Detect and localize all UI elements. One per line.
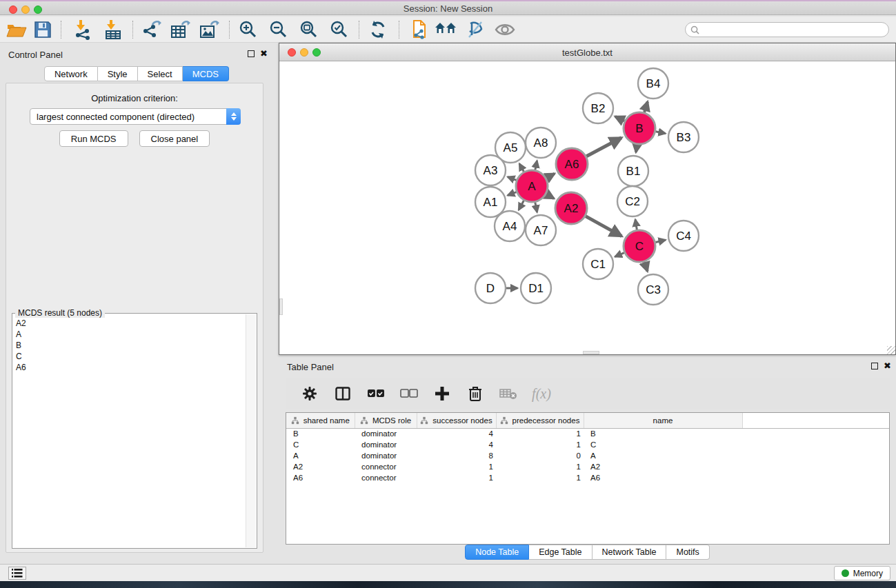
export-table-icon[interactable] xyxy=(168,19,193,41)
home-view-icon[interactable] xyxy=(433,19,458,41)
edge-A-A3[interactable] xyxy=(508,177,517,181)
table-cell[interactable]: A xyxy=(584,450,742,461)
graph-node-B3[interactable]: B3 xyxy=(668,122,699,152)
network-from-file-icon[interactable] xyxy=(406,19,430,41)
tab-style[interactable]: Style xyxy=(98,66,138,81)
run-mcds-button[interactable]: Run MCDS xyxy=(59,130,128,147)
table-row[interactable]: Bdominator41B xyxy=(286,428,890,439)
deselect-all-icon[interactable] xyxy=(397,382,421,405)
delete-table-icon[interactable] xyxy=(497,382,520,405)
graph-node-A[interactable]: A xyxy=(516,170,548,202)
graph-node-A6[interactable]: A6 xyxy=(556,148,588,180)
graph-node-C1[interactable]: C1 xyxy=(583,249,613,279)
optimization-criterion-select[interactable]: largest connected component (directed) xyxy=(30,108,241,125)
edge-A-A6[interactable] xyxy=(546,174,555,179)
tab-network[interactable]: Network xyxy=(44,66,98,81)
edge-C-C2[interactable] xyxy=(635,219,637,230)
network-window-titlebar[interactable]: testGlobe.txt xyxy=(279,43,895,61)
tab-mcds[interactable]: MCDS xyxy=(183,66,229,81)
column-header-name[interactable]: name xyxy=(584,413,742,428)
table-cell[interactable]: connector xyxy=(355,472,417,483)
zoom-selected-icon[interactable] xyxy=(327,19,352,41)
graph-node-D1[interactable]: D1 xyxy=(521,273,551,303)
result-item[interactable]: B xyxy=(13,340,246,351)
table-cell[interactable]: 4 xyxy=(417,439,496,450)
edge-C-C1[interactable] xyxy=(615,253,624,257)
select-all-icon[interactable] xyxy=(364,382,388,405)
close-panel-button[interactable]: Close panel xyxy=(139,130,210,147)
table-float-icon[interactable] xyxy=(871,363,878,369)
show-columns-icon[interactable] xyxy=(331,382,355,405)
hide-panel-icon[interactable] xyxy=(462,19,487,41)
edge-C-C3[interactable] xyxy=(644,262,647,272)
table-cell[interactable]: C xyxy=(584,439,742,450)
open-file-icon[interactable] xyxy=(4,19,29,41)
edge-C-C4[interactable] xyxy=(655,240,666,242)
close-panel-icon[interactable]: ✖ xyxy=(260,50,268,58)
graph-node-C2[interactable]: C2 xyxy=(617,186,648,216)
table-cell[interactable]: A2 xyxy=(286,461,355,472)
left-pane-grip[interactable] xyxy=(279,298,283,315)
table-cell[interactable]: A6 xyxy=(584,472,742,483)
import-table-icon[interactable] xyxy=(101,19,126,41)
table-cell[interactable]: 1 xyxy=(417,472,496,483)
edge-A-A5[interactable] xyxy=(519,163,524,172)
save-session-icon[interactable] xyxy=(30,19,55,41)
table-cell[interactable]: C xyxy=(286,439,355,450)
table-cell[interactable]: B xyxy=(584,428,742,439)
graph-node-D[interactable]: D xyxy=(475,273,506,303)
graph-node-B1[interactable]: B1 xyxy=(618,156,648,186)
task-history-button[interactable] xyxy=(8,567,26,580)
column-header-successor-nodes[interactable]: successor nodes xyxy=(417,413,496,428)
graph-node-A2[interactable]: A2 xyxy=(555,192,587,224)
refresh-icon[interactable] xyxy=(366,19,390,41)
table-cell[interactable]: dominator xyxy=(355,428,417,439)
edge-B-B3[interactable] xyxy=(656,132,666,134)
table-row[interactable]: Adominator80A xyxy=(286,450,890,461)
table-tab-node-table[interactable]: Node Table xyxy=(465,545,529,560)
network-canvas[interactable]: B4B2BB3A8A5A6A3B1AA1C2A2A4A7C4CC1DD1C3 xyxy=(279,61,895,354)
graph-node-B2[interactable]: B2 xyxy=(583,93,613,123)
table-tab-motifs[interactable]: Motifs xyxy=(666,545,709,560)
table-cell[interactable]: A xyxy=(286,450,355,461)
edge-B-B2[interactable] xyxy=(615,116,625,121)
edge-A-A8[interactable] xyxy=(535,161,537,170)
delete-column-trash-icon[interactable] xyxy=(464,382,487,405)
zoom-out-icon[interactable] xyxy=(266,19,291,41)
graph-node-A7[interactable]: A7 xyxy=(526,215,556,245)
add-column-icon[interactable] xyxy=(430,382,454,405)
edge-A-A7[interactable] xyxy=(535,203,537,212)
search-field[interactable] xyxy=(685,22,889,37)
table-tab-edge-table[interactable]: Edge Table xyxy=(529,545,592,560)
edge-A-A4[interactable] xyxy=(519,201,524,210)
table-cell[interactable]: 4 xyxy=(417,428,496,439)
column-header-mcds-role[interactable]: MCDS role xyxy=(355,413,417,428)
search-input[interactable] xyxy=(702,23,888,36)
table-cell[interactable]: connector xyxy=(355,461,417,472)
graph-node-B4[interactable]: B4 xyxy=(638,68,668,99)
table-cell[interactable]: 1 xyxy=(496,428,584,439)
edge-B-B4[interactable] xyxy=(644,101,648,112)
result-item[interactable]: A6 xyxy=(13,362,246,373)
table-cell[interactable]: dominator xyxy=(355,439,417,450)
table-tab-network-table[interactable]: Network Table xyxy=(593,545,667,560)
zoom-in-icon[interactable] xyxy=(236,19,261,41)
edge-A-A1[interactable] xyxy=(508,192,517,196)
table-cell[interactable]: 1 xyxy=(496,472,584,483)
network-graph[interactable]: B4B2BB3A8A5A6A3B1AA1C2A2A4A7C4CC1DD1C3 xyxy=(279,61,895,354)
graph-node-C[interactable]: C xyxy=(624,230,655,262)
table-row[interactable]: A6connector11A6 xyxy=(286,472,890,483)
function-builder-icon[interactable]: f(x) xyxy=(530,382,553,405)
result-scrollbar[interactable] xyxy=(246,314,256,547)
column-header-shared-name[interactable]: shared name xyxy=(286,413,355,428)
window-resize-grip[interactable] xyxy=(887,346,895,354)
graph-node-B[interactable]: B xyxy=(624,112,655,144)
table-cell[interactable]: 0 xyxy=(496,450,584,461)
graph-node-A4[interactable]: A4 xyxy=(495,211,525,241)
float-panel-icon[interactable] xyxy=(248,50,255,57)
graph-node-C3[interactable]: C3 xyxy=(638,274,668,305)
import-network-icon[interactable] xyxy=(70,19,95,41)
graph-node-A1[interactable]: A1 xyxy=(475,187,506,217)
show-eye-icon[interactable] xyxy=(492,19,517,41)
result-item[interactable]: A xyxy=(13,329,246,340)
